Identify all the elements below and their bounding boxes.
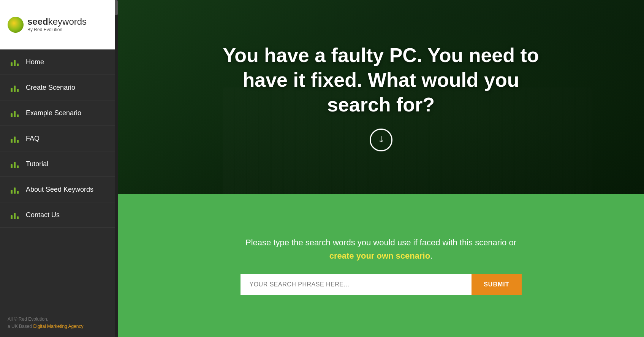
search-description: Please type the search words you would u… [241, 236, 522, 262]
tutorial-bar-icon [11, 160, 19, 168]
hero-content: You have a faulty PC. You need to have i… [187, 43, 575, 151]
contact-bar-icon [11, 211, 19, 219]
sidebar: seedkeywords By Red Evolution Home Creat… [0, 0, 118, 337]
search-bar: SUBMIT [241, 274, 522, 295]
search-input[interactable] [241, 274, 472, 295]
logo-light: keywords [48, 16, 87, 27]
search-section: Please type the search words you would u… [118, 194, 644, 337]
sidebar-item-contact-us[interactable]: Contact Us [0, 202, 118, 228]
nav-label-tutorial: Tutorial [26, 160, 48, 168]
nav-label-example-scenario: Example Scenario [26, 109, 81, 117]
sidebar-item-home[interactable]: Home [0, 49, 118, 75]
logo-text-wrap: seedkeywords By Red Evolution [27, 17, 87, 32]
hero-section: You have a faulty PC. You need to have i… [118, 0, 644, 194]
create-own-scenario-link[interactable]: create your own scenario [329, 251, 430, 261]
nav-label-home: Home [26, 58, 44, 66]
logo-area: seedkeywords By Red Evolution [0, 0, 118, 49]
example-scenario-bar-icon [11, 109, 19, 117]
scroll-down-button[interactable]: ⤓ [370, 129, 392, 151]
sidebar-footer: All © Red Evolution, a UK Based Digital … [0, 309, 118, 337]
chevron-double-icon: ⤓ [378, 137, 385, 143]
nav-label-about-seed-keywords: About Seed Keywords [26, 186, 93, 194]
home-bar-icon [11, 58, 19, 66]
sidebar-item-about-seed-keywords[interactable]: About Seed Keywords [0, 177, 118, 202]
scrollbar-thumb[interactable] [115, 0, 118, 15]
logo-subtext: By Red Evolution [27, 27, 87, 32]
sidebar-item-tutorial[interactable]: Tutorial [0, 151, 118, 177]
nav-label-faq: FAQ [26, 135, 40, 143]
footer-link[interactable]: Digital Marketing Agency [33, 324, 83, 329]
sidebar-item-create-scenario[interactable]: Create Scenario [0, 75, 118, 100]
search-desc-part1: Please type the search words you would u… [245, 238, 516, 247]
sidebar-item-example-scenario[interactable]: Example Scenario [0, 100, 118, 126]
faq-bar-icon [11, 134, 19, 143]
main-nav: Home Create Scenario Example Scenario FA… [0, 49, 118, 309]
logo-icon [8, 17, 24, 33]
create-scenario-bar-icon [11, 83, 19, 92]
about-bar-icon [11, 185, 19, 194]
footer-line2: a UK Based [8, 324, 33, 329]
search-desc-part2: . [430, 251, 432, 261]
nav-label-contact-us: Contact Us [26, 211, 60, 219]
sidebar-item-faq[interactable]: FAQ [0, 126, 118, 151]
nav-label-create-scenario: Create Scenario [26, 84, 75, 92]
logo-bold: seed [27, 16, 48, 27]
logo-text: seedkeywords [27, 17, 87, 26]
hero-title: You have a faulty PC. You need to have i… [210, 43, 552, 117]
scrollbar-track [115, 0, 118, 337]
main-content: You have a faulty PC. You need to have i… [118, 0, 644, 337]
footer-line1: All © Red Evolution, [8, 316, 48, 322]
submit-button[interactable]: SUBMIT [472, 274, 521, 295]
